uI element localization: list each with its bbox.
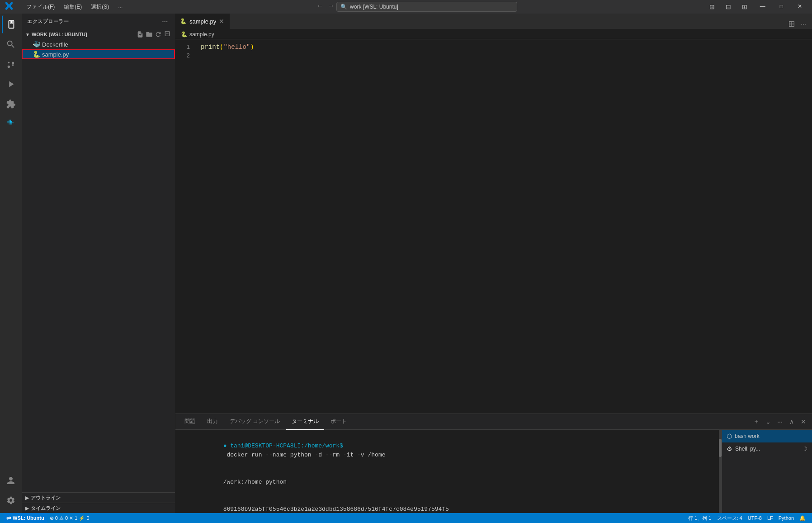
breadcrumb: 🐍 sample.py	[175, 29, 812, 39]
code-editor[interactable]: 1 2 print("hello")	[175, 39, 812, 414]
terminal-menu-button[interactable]: ⌄	[763, 417, 773, 427]
breadcrumb-text: sample.py	[189, 31, 214, 38]
activity-accounts[interactable]	[2, 471, 20, 490]
timeline-label: タイムライン	[31, 505, 61, 512]
dockerfile-icon: 🐳	[33, 41, 40, 48]
window-maximize-button[interactable]: □	[774, 2, 788, 11]
window-close-button[interactable]: ✕	[792, 2, 807, 11]
menu-edit[interactable]: 編集(E)	[60, 2, 85, 12]
more-actions-button[interactable]: ···	[798, 19, 808, 29]
statusbar: ⇌ WSL: Ubuntu ⊗ 0 ⚠ 0 ✕ 1 ⚡ 0 行 1、列 1 スペ…	[0, 513, 812, 523]
minimap	[808, 39, 812, 414]
titlebar-menu: ファイル(F) 編集(E) 選択(S) ...	[23, 2, 126, 12]
tab-actions: ···	[787, 19, 812, 29]
timeline-header[interactable]: ▶ タイムライン	[22, 503, 175, 513]
outline-chevron-icon: ▶	[25, 495, 29, 500]
dockerfile-label: Dockerfile	[42, 41, 68, 48]
outline-header[interactable]: ▶ アウトライン	[22, 493, 175, 503]
activity-bar	[0, 14, 22, 513]
term-prompt-1: ● tani@DESKTOP-HCPA8LI:/home/work$	[223, 442, 343, 449]
collapse-button[interactable]	[163, 30, 171, 38]
terminal-sidebar-shell-py[interactable]: ⚙ Shell: py... ☽	[722, 442, 812, 455]
notification-bell-icon: 🔔	[799, 515, 806, 521]
sidebar: エクスプローラー ··· ▼ WORK [WSL: UBUNTU]	[22, 14, 175, 513]
statusbar-encoding[interactable]: UTF-8	[745, 513, 765, 523]
search-text: work [WSL: Ubuntu]	[350, 4, 398, 10]
panel-tab-actions: ＋ ⌄ ··· ∧ ✕	[751, 417, 808, 427]
statusbar-errors[interactable]: ⊗ 0 ⚠ 0 ✕ 1 ⚡ 0	[47, 513, 92, 523]
sidebar-empty-space	[22, 59, 175, 492]
activity-run-debug[interactable]	[2, 75, 20, 93]
tab-close-button[interactable]: ✕	[219, 18, 224, 25]
search-box[interactable]: 🔍 work [WSL: Ubuntu]	[336, 2, 517, 12]
terminal-sidebar-bash-work[interactable]: ⬡ bash work	[722, 430, 812, 442]
terminal-shell-py-icon2: ☽	[803, 446, 807, 452]
code-content[interactable]: print("hello")	[194, 39, 808, 414]
spaces-label: スペース: 4	[717, 515, 742, 522]
terminal-more-button[interactable]: ···	[775, 417, 785, 427]
statusbar-eol[interactable]: LF	[765, 513, 776, 523]
vscode-logo	[5, 1, 14, 12]
timeline-chevron-icon: ▶	[25, 506, 29, 511]
nav-back-button[interactable]: ←	[315, 2, 326, 12]
window-minimize-button[interactable]: —	[755, 2, 771, 11]
code-line-2	[201, 52, 808, 60]
samplepy-label: sample.py	[42, 51, 69, 58]
terminal-main[interactable]: ● tani@DESKTOP-HCPA8LI:/home/work$ docke…	[175, 430, 719, 513]
sidebar-header-actions: ···	[161, 17, 170, 26]
remote-icon: ⇌	[6, 515, 11, 522]
menu-select[interactable]: 選択(S)	[87, 2, 113, 12]
nav-forward-button[interactable]: →	[326, 2, 336, 12]
new-terminal-button[interactable]: ＋	[751, 417, 761, 427]
terminal-bash-work-label: bash work	[735, 433, 760, 439]
statusbar-spaces[interactable]: スペース: 4	[714, 513, 745, 523]
tab-samplepy[interactable]: 🐍 sample.py ✕	[175, 14, 230, 29]
statusbar-notifications[interactable]: 🔔	[797, 513, 808, 523]
split-editor-button[interactable]	[787, 19, 797, 29]
line-number-1: 1	[175, 43, 190, 52]
search-icon: 🔍	[340, 4, 347, 10]
refresh-button[interactable]	[154, 30, 162, 38]
panel-tab-debug[interactable]: デバッグ コンソール	[224, 414, 285, 430]
workspace-title: WORK [WSL: UBUNTU]	[32, 32, 87, 37]
new-folder-button[interactable]	[145, 30, 153, 38]
panel-tab-mondai[interactable]: 問題	[179, 414, 201, 430]
menu-more[interactable]: ...	[114, 2, 126, 12]
panel-tab-port[interactable]: ポート	[325, 414, 352, 430]
activity-docker[interactable]	[2, 115, 20, 133]
section-actions	[136, 30, 171, 38]
file-item-samplepy[interactable]: 🐍 sample.py	[22, 49, 175, 59]
activity-settings[interactable]	[2, 491, 20, 509]
panel-tab-shutsuryoku[interactable]: 出力	[202, 414, 223, 430]
wsl-label: WSL: Ubuntu	[13, 515, 44, 521]
timeline-section: ▶ タイムライン	[22, 503, 175, 513]
activity-search[interactable]	[2, 35, 20, 53]
terminal-close-button[interactable]: ✕	[798, 417, 808, 427]
layout-icon3[interactable]: ⊞	[738, 2, 751, 11]
titlebar-search-area: ← → 🔍 work [WSL: Ubuntu]	[135, 2, 696, 12]
statusbar-language[interactable]: Python	[776, 513, 797, 523]
sidebar-more-button[interactable]: ···	[161, 17, 170, 26]
terminal-shell-py-label: Shell: py...	[735, 446, 760, 452]
explorer-section-header[interactable]: ▼ WORK [WSL: UBUNTU]	[22, 29, 175, 39]
activity-explorer[interactable]	[2, 15, 20, 33]
file-item-dockerfile[interactable]: 🐳 Dockerfile	[22, 39, 175, 49]
sidebar-header: エクスプローラー ···	[22, 14, 175, 29]
terminal-maximize-button[interactable]: ∧	[787, 417, 797, 427]
term-output-1: /work:/home python	[223, 479, 287, 485]
term-line-3: 869168b92a5ff05546c3b2e1a2e3ddbd1358686d…	[181, 496, 713, 513]
menu-file[interactable]: ファイル(F)	[23, 2, 58, 12]
statusbar-right: 行 1、列 1 スペース: 4 UTF-8 LF Python 🔔	[685, 513, 808, 523]
panel-tab-terminal[interactable]: ターミナル	[286, 414, 324, 430]
statusbar-position[interactable]: 行 1、列 1	[685, 513, 714, 523]
layout-icon2[interactable]: ⊟	[722, 2, 735, 11]
statusbar-wsl[interactable]: ⇌ WSL: Ubuntu	[4, 513, 47, 523]
activity-source-control[interactable]	[2, 55, 20, 73]
main-container: エクスプローラー ··· ▼ WORK [WSL: UBUNTU]	[0, 14, 812, 513]
section-title-text: ▼ WORK [WSL: UBUNTU]	[25, 32, 87, 37]
chevron-down-icon: ▼	[25, 32, 30, 37]
activity-extensions[interactable]	[2, 95, 20, 113]
language-label: Python	[779, 515, 794, 521]
layout-toggle-icon[interactable]: ⊞	[706, 2, 718, 11]
new-file-button[interactable]	[136, 30, 144, 38]
